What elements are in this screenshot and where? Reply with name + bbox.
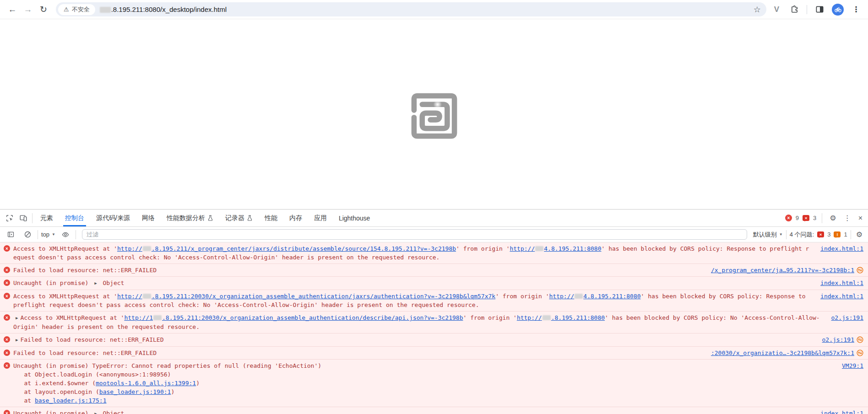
- message-link[interactable]: http://: [510, 245, 535, 252]
- devtools-settings-button[interactable]: ⚙: [828, 214, 838, 222]
- tab-sources[interactable]: 源代码/来源: [90, 210, 136, 226]
- message-link[interactable]: .8.195.211:20030/x_organization_assemble…: [152, 293, 495, 300]
- source-link[interactable]: index.html:1: [820, 292, 863, 301]
- source-link[interactable]: index.html:1: [820, 409, 863, 414]
- profile-avatar[interactable]: [832, 4, 844, 16]
- back-button[interactable]: ←: [5, 2, 20, 17]
- tab-label: 记录器: [225, 214, 244, 222]
- tab-elements[interactable]: 元素: [34, 210, 59, 226]
- network-request-icon[interactable]: [857, 267, 863, 274]
- expand-triangle-icon[interactable]: ▶: [94, 279, 97, 288]
- issues-count: 3: [813, 215, 816, 221]
- tab-network[interactable]: 网络: [136, 210, 161, 226]
- source-link[interactable]: index.html:1: [820, 279, 863, 287]
- message-link[interactable]: http://: [117, 293, 142, 300]
- tab-lighthouse[interactable]: Lighthouse: [333, 210, 376, 226]
- message-link[interactable]: http://1: [124, 314, 153, 321]
- expand-triangle-icon[interactable]: ▶: [16, 314, 18, 323]
- eye-icon: [61, 231, 70, 239]
- source-link[interactable]: /x_program_center/ja…95.211?v=-3c2198b:1: [711, 266, 854, 274]
- source-link[interactable]: :20030/x_organizatio…-3c2198b&lqm57x7k:1: [711, 349, 854, 357]
- message-link[interactable]: http://: [517, 314, 542, 321]
- reload-button[interactable]: ↻: [36, 2, 51, 17]
- message-link[interactable]: 4.8.195.211:8080: [544, 245, 601, 252]
- message-link[interactable]: .8.195.211:20030/x_organization_assemble…: [162, 314, 463, 321]
- console-message: Uncaught (in promise) ▶ Object: [13, 409, 812, 414]
- source-location: /x_program_center/ja…95.211?v=-3c2198b:1: [711, 266, 863, 274]
- console-row: ×Uncaught (in promise) ▶ Objectindex.htm…: [0, 277, 868, 290]
- bookmark-star-icon[interactable]: ☆: [751, 5, 764, 15]
- source-link[interactable]: VM29:1: [842, 361, 863, 370]
- devtools-close-button[interactable]: ×: [857, 214, 864, 222]
- tab-console[interactable]: 控制台: [59, 210, 90, 226]
- expand-triangle-icon[interactable]: ▶: [94, 409, 97, 414]
- reload-icon: ↻: [40, 4, 47, 15]
- forward-button[interactable]: →: [20, 2, 36, 17]
- browser-toolbar: ← → ↻ ⚠ 不安全 .8.195.211:8080/x_desktop/in…: [0, 0, 868, 19]
- devtools-menu-button[interactable]: ⋮: [842, 214, 853, 222]
- browser-menu-button[interactable]: ⋮: [851, 4, 862, 15]
- network-request-icon[interactable]: [857, 336, 863, 343]
- address-bar[interactable]: ⚠ 不安全 .8.195.211:8080/x_desktop/index.ht…: [56, 2, 766, 16]
- kebab-icon: ⋮: [852, 5, 860, 14]
- issues-label[interactable]: 4 个问题:: [790, 231, 814, 239]
- error-icon: ×: [4, 293, 10, 299]
- inspect-element-button[interactable]: [3, 211, 16, 225]
- network-request-icon[interactable]: [857, 349, 863, 356]
- issues-badge-icon[interactable]: ×: [803, 215, 809, 221]
- tab-label: Lighthouse: [339, 215, 370, 222]
- tab-memory[interactable]: 内存: [283, 210, 308, 226]
- flask-icon: [247, 215, 253, 221]
- security-chip[interactable]: ⚠ 不安全: [58, 4, 95, 15]
- side-panel-icon[interactable]: [814, 4, 825, 15]
- message-link[interactable]: base_loader.js:175:1: [35, 397, 107, 404]
- tab-performance-insights[interactable]: 性能数据分析: [161, 210, 219, 226]
- tab-recorder[interactable]: 记录器: [219, 210, 259, 226]
- console-sidebar-toggle[interactable]: [4, 228, 17, 242]
- tab-label: 性能数据分析: [167, 214, 205, 222]
- issues-warning-icon: !: [834, 231, 841, 237]
- source-location: index.html:1: [820, 244, 863, 253]
- message-link[interactable]: http://: [117, 245, 142, 252]
- v-extension-icon[interactable]: V: [771, 4, 782, 15]
- error-icon: ×: [4, 349, 10, 356]
- live-expression-button[interactable]: [59, 228, 72, 242]
- message-link[interactable]: .8.195.211:8080: [551, 314, 605, 321]
- source-link[interactable]: o2.js:191: [822, 335, 854, 344]
- clear-console-button[interactable]: [21, 228, 34, 242]
- message-link[interactable]: .8.195.211/x_program_center/jaxrs/distri…: [152, 245, 456, 252]
- toolbar-divider: [807, 5, 807, 14]
- message-link[interactable]: http://: [549, 293, 575, 300]
- source-link[interactable]: o2.js:191: [831, 313, 863, 322]
- source-location: o2.js:191: [831, 313, 863, 322]
- message-link[interactable]: 4.8.195.211:8080: [583, 293, 640, 300]
- security-label: 不安全: [72, 5, 90, 14]
- error-icon: ×: [4, 336, 10, 343]
- console-message: ▶Failed to load resource: net::ERR_FAILE…: [13, 335, 814, 344]
- console-error-badge-icon[interactable]: ×: [785, 215, 792, 221]
- tab-performance[interactable]: 性能: [259, 210, 283, 226]
- back-icon: ←: [8, 5, 17, 15]
- source-location: :20030/x_organizatio…-3c2198b&lqm57x7k:1: [711, 349, 863, 357]
- page-content: [0, 19, 868, 209]
- device-toolbar-button[interactable]: [16, 211, 30, 225]
- context-selector[interactable]: top ▼: [41, 231, 55, 238]
- error-icon: ×: [4, 245, 10, 252]
- tab-label: 控制台: [65, 214, 84, 222]
- expand-triangle-icon[interactable]: ▶: [16, 336, 18, 344]
- error-icon: ×: [4, 410, 10, 414]
- console-filter-input[interactable]: [82, 229, 747, 240]
- console-message: Uncaught (in promise) TypeError: Cannot …: [13, 361, 834, 405]
- message-link[interactable]: mootools-1.6.0_all.js:1399:1: [96, 380, 196, 387]
- log-level-selector[interactable]: 默认级别 ▼: [753, 231, 783, 239]
- source-link[interactable]: index.html:1: [820, 244, 863, 253]
- extensions-puzzle-icon[interactable]: [789, 4, 800, 15]
- sidebar-toggle-icon: [7, 231, 15, 238]
- source-location: index.html:1: [820, 409, 863, 414]
- redacted-ip: [575, 294, 583, 299]
- console-row: ×Access to XMLHttpRequest at 'http://.8.…: [0, 290, 868, 312]
- console-settings-button[interactable]: ⚙: [854, 230, 864, 239]
- chevron-down-icon: ▼: [779, 232, 783, 237]
- message-link[interactable]: base_loader.js:190:1: [99, 388, 171, 395]
- tab-application[interactable]: 应用: [308, 210, 333, 226]
